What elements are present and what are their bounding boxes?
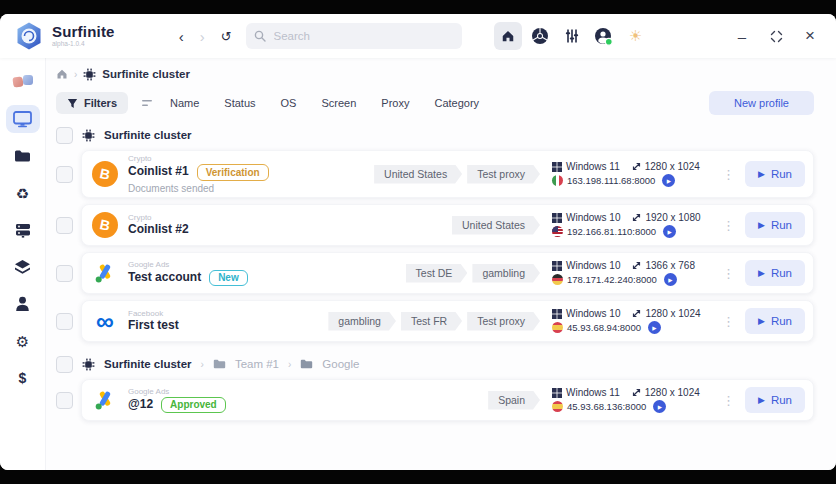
back-arrow-icon[interactable]: ‹ bbox=[179, 29, 184, 44]
sidebar-item-team[interactable] bbox=[6, 290, 40, 318]
status-badge: New bbox=[209, 270, 248, 287]
column-header-name[interactable]: Name bbox=[170, 97, 199, 109]
row-checkbox[interactable] bbox=[56, 313, 73, 330]
run-button[interactable]: ▶ Run bbox=[745, 387, 805, 413]
breadcrumb-home-icon[interactable] bbox=[56, 68, 68, 80]
maximize-button[interactable] bbox=[764, 24, 788, 48]
tag[interactable]: Test DE bbox=[406, 264, 468, 283]
preferences-sliders-icon[interactable] bbox=[558, 22, 586, 50]
breadcrumb: › Surfinite cluster bbox=[56, 65, 814, 83]
proxy-address: 163.198.111.68:8000 bbox=[567, 175, 655, 186]
folder-icon bbox=[14, 149, 31, 163]
row-menu-icon[interactable]: ⋮ bbox=[722, 315, 735, 328]
group-label[interactable]: Surfinite cluster bbox=[104, 129, 192, 141]
dollar-icon: $ bbox=[19, 371, 27, 385]
tag[interactable]: Spain bbox=[488, 391, 540, 410]
home-icon bbox=[501, 29, 515, 43]
cluster-icon bbox=[83, 68, 96, 81]
sidebar-item-extensions[interactable] bbox=[6, 253, 40, 281]
tag[interactable]: United States bbox=[374, 165, 462, 184]
resolution-icon bbox=[632, 213, 641, 222]
forward-arrow-icon[interactable]: › bbox=[200, 29, 205, 44]
sidebar-item-proxies[interactable] bbox=[6, 216, 40, 244]
tag[interactable]: gambling bbox=[472, 264, 540, 283]
account-icon[interactable] bbox=[590, 22, 618, 50]
refresh-icon[interactable]: ↺ bbox=[221, 29, 232, 44]
proxy-check-icon[interactable]: ▶ bbox=[663, 225, 676, 238]
screen-label: 1280 x 1024 bbox=[645, 161, 700, 172]
windows-icon bbox=[552, 309, 562, 319]
new-profile-button[interactable]: New profile bbox=[709, 91, 814, 115]
profile-name: Coinlist #1 bbox=[128, 165, 189, 179]
google-ads-icon bbox=[92, 387, 118, 413]
profile-card[interactable]: Google Ads @12 Approved Spain Windows 11… bbox=[81, 379, 814, 421]
profile-card[interactable]: B Crypto Coinlist #1 Verification Docume… bbox=[81, 150, 814, 198]
row-checkbox[interactable] bbox=[56, 392, 73, 409]
profile-card[interactable]: B Crypto Coinlist #2 United States Windo… bbox=[81, 204, 814, 246]
proxy-check-icon[interactable]: ▶ bbox=[664, 273, 677, 286]
app-version: alpha-1.0.4 bbox=[52, 41, 115, 48]
run-button[interactable]: ▶ Run bbox=[745, 161, 805, 187]
search-box[interactable] bbox=[246, 23, 462, 49]
sidebar-item-trash[interactable]: ♻ bbox=[6, 179, 40, 207]
search-icon bbox=[254, 30, 266, 42]
tag[interactable]: Test proxy bbox=[467, 165, 540, 184]
group-label[interactable]: Surfinite cluster bbox=[104, 358, 192, 370]
bitcoin-icon: B bbox=[92, 161, 118, 187]
sidebar-item-billing[interactable]: $ bbox=[6, 364, 40, 392]
breadcrumb-cluster[interactable]: Surfinite cluster bbox=[102, 68, 190, 80]
sort-icon[interactable] bbox=[142, 98, 154, 109]
home-button[interactable] bbox=[494, 22, 522, 50]
row-menu-icon[interactable]: ⋮ bbox=[722, 267, 735, 280]
funnel-icon bbox=[67, 98, 78, 109]
row-menu-icon[interactable]: ⋮ bbox=[722, 219, 735, 232]
row-checkbox[interactable] bbox=[56, 217, 73, 234]
column-header-status[interactable]: Status bbox=[224, 97, 255, 109]
proxy-check-icon[interactable]: ▶ bbox=[648, 321, 661, 334]
screen-label: 1280 x 1024 bbox=[645, 308, 700, 319]
row-checkbox[interactable] bbox=[56, 166, 73, 183]
profile-row: Google Ads @12 Approved Spain Windows 11… bbox=[56, 379, 814, 421]
row-menu-icon[interactable]: ⋮ bbox=[722, 168, 735, 181]
status-badge: Verification bbox=[197, 164, 269, 181]
usa-flag-icon bbox=[552, 226, 563, 237]
theme-sun-icon[interactable]: ☀ bbox=[622, 22, 650, 50]
row-checkbox[interactable] bbox=[56, 265, 73, 282]
column-header-screen[interactable]: Screen bbox=[321, 97, 356, 109]
tag[interactable]: Test proxy bbox=[467, 312, 540, 331]
profile-card[interactable]: Google Ads Test account New Test DE gamb… bbox=[81, 252, 814, 294]
browser-icon[interactable] bbox=[526, 22, 554, 50]
sidebar-item-profiles[interactable] bbox=[6, 105, 40, 133]
workspace-avatars-icon[interactable] bbox=[6, 68, 40, 96]
screen-label: 1366 x 768 bbox=[645, 260, 695, 271]
os-label: Windows 10 bbox=[566, 308, 620, 319]
group-checkbox[interactable] bbox=[56, 356, 73, 373]
column-header-os[interactable]: OS bbox=[281, 97, 297, 109]
sidebar-item-settings[interactable]: ⚙ bbox=[6, 327, 40, 355]
profile-note: Documents sended bbox=[128, 183, 269, 195]
tag[interactable]: Test FR bbox=[401, 312, 462, 331]
group-checkbox[interactable] bbox=[56, 127, 73, 144]
column-header-proxy[interactable]: Proxy bbox=[381, 97, 409, 109]
layers-icon bbox=[14, 259, 31, 275]
close-button[interactable]: × bbox=[798, 24, 822, 48]
proxy-check-icon[interactable]: ▶ bbox=[653, 400, 666, 413]
search-input[interactable] bbox=[272, 29, 454, 43]
minimize-button[interactable]: – bbox=[730, 24, 754, 48]
windows-icon bbox=[552, 261, 562, 271]
row-menu-icon[interactable]: ⋮ bbox=[722, 394, 735, 407]
tag[interactable]: gambling bbox=[328, 312, 396, 331]
column-header-category[interactable]: Category bbox=[434, 97, 479, 109]
group-sublabel[interactable]: Team #1 bbox=[235, 358, 279, 370]
sidebar-item-folders[interactable] bbox=[6, 142, 40, 170]
group-sublabel[interactable]: Google bbox=[322, 358, 359, 370]
proxy-check-icon[interactable]: ▶ bbox=[662, 174, 675, 187]
run-button[interactable]: ▶ Run bbox=[745, 260, 805, 286]
windows-icon bbox=[552, 162, 562, 172]
profile-card[interactable]: ∞ Facebook First test gambling Test FR T… bbox=[81, 300, 814, 342]
tag[interactable]: United States bbox=[452, 216, 540, 235]
google-ads-icon bbox=[92, 260, 118, 286]
run-button[interactable]: ▶ Run bbox=[745, 212, 805, 238]
run-button[interactable]: ▶ Run bbox=[745, 308, 805, 334]
filters-button[interactable]: Filters bbox=[56, 92, 128, 114]
